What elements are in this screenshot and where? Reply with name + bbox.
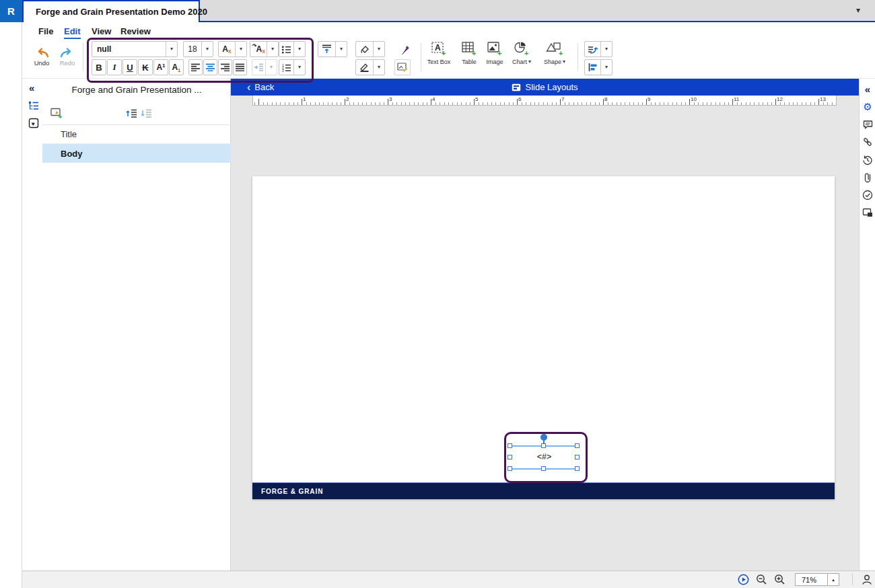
resize-handle-sw[interactable] [508, 466, 512, 471]
resize-handle-s[interactable] [541, 466, 546, 471]
zoom-level-input[interactable]: 71% ▴ [795, 573, 839, 586]
change-case-button[interactable]: ↷Ax ▾ [250, 41, 279, 57]
font-name-select[interactable]: null ▾ [92, 41, 178, 57]
statusbar-divider [852, 573, 853, 585]
indent-decrease-icon [126, 108, 137, 118]
promote-item-button[interactable] [125, 107, 137, 119]
line-color-icon [359, 63, 370, 72]
collapse-right-panel-icon[interactable]: « [862, 83, 873, 94]
chevron-down-icon: ▾ [270, 65, 273, 70]
app-logo[interactable]: R [0, 0, 22, 22]
insert-textbox-button[interactable]: A + Text Box [423, 40, 455, 71]
paintbrush-icon [398, 44, 409, 56]
chevron-down-icon: ▾ [240, 46, 242, 52]
outline-tab[interactable] [28, 100, 40, 112]
numbered-list-icon: 123 [281, 63, 291, 72]
font-color-button[interactable]: Ax ▾ [218, 41, 247, 57]
start-slideshow-button[interactable] [737, 573, 749, 585]
ruler-number: 7 [561, 96, 564, 102]
slide-layouts-bar: Slide Layouts ‹ Back [231, 79, 859, 96]
indent-button[interactable]: ▾ [252, 59, 277, 75]
slide-settings-tab[interactable]: ⚙ [862, 101, 873, 112]
ruler-number: 3 [389, 96, 392, 102]
user-presence-button[interactable] [861, 573, 873, 585]
tag-heart-icon: ♥ [28, 118, 39, 128]
menu-review[interactable]: Review [120, 26, 151, 36]
links-tab[interactable] [862, 137, 873, 147]
bookmarks-tab[interactable]: ♥ [28, 117, 40, 129]
version-history-tab[interactable] [862, 155, 873, 166]
chart-icon: + [514, 40, 530, 57]
align-justify-button[interactable] [233, 59, 247, 75]
superscript-button[interactable]: A1 [153, 59, 168, 75]
insert-chart-button[interactable]: + Chart▾ [504, 40, 539, 71]
comments-tab[interactable] [862, 119, 873, 130]
outline-item-title[interactable]: Title [42, 125, 231, 144]
align-shapes-icon [588, 63, 598, 72]
resize-handle-n[interactable] [541, 443, 546, 448]
document-tab[interactable]: Forge and Grain Presentation Demo 2020 [22, 0, 200, 22]
menu-view[interactable]: View [92, 26, 111, 36]
rotation-handle[interactable] [540, 434, 547, 441]
edit-image-icon [397, 63, 408, 72]
align-shape-button[interactable]: ▾ [584, 59, 612, 75]
undo-button[interactable]: Undo [28, 43, 55, 71]
line-color-button[interactable]: ▾ [355, 59, 385, 75]
strikeout-button[interactable]: K [138, 59, 153, 75]
window-menu-caret-icon[interactable]: ▾ [856, 5, 860, 15]
slide-layouts-title: Slide Layouts [231, 82, 859, 92]
svg-text:+: + [559, 49, 563, 57]
italic-button[interactable]: I [107, 59, 122, 75]
attachments-tab[interactable] [862, 172, 873, 183]
slide-number-placeholder[interactable]: <#> [510, 452, 578, 462]
zoom-in-button[interactable] [773, 573, 785, 585]
play-icon [738, 574, 749, 585]
chevron-down-icon: ▾ [170, 46, 173, 52]
bullet-list-button[interactable]: ▾ [279, 41, 306, 57]
outline-item-body[interactable]: Body [42, 144, 231, 163]
add-slide-button[interactable]: + [50, 107, 63, 119]
resize-handle-nw[interactable] [508, 443, 512, 448]
underline-button[interactable]: U [123, 59, 137, 75]
vertical-align-button[interactable]: ▾ [318, 41, 347, 57]
menu-edit[interactable]: Edit [64, 26, 81, 39]
undo-icon [34, 48, 50, 58]
table-icon: + [461, 40, 477, 57]
font-size-select[interactable]: 18 ▾ [183, 41, 213, 57]
slides-panel-tab[interactable] [862, 207, 873, 218]
collapse-panel-icon[interactable]: « [29, 83, 34, 93]
align-right-button[interactable] [218, 59, 232, 75]
resize-handle-ne[interactable] [575, 443, 580, 448]
ruler-number: 6 [518, 96, 521, 102]
slide-layout-icon [512, 83, 521, 91]
align-center-button[interactable] [203, 59, 217, 75]
back-button[interactable]: ‹ Back [247, 82, 274, 92]
bold-button[interactable]: B [92, 59, 106, 75]
arrange-shape-button[interactable]: ▾ [584, 41, 612, 57]
ruler-number: 4 [432, 96, 435, 102]
align-left-button[interactable] [188, 59, 203, 75]
edit-image-button[interactable] [394, 59, 411, 75]
subscript-button[interactable]: A1 [169, 59, 184, 75]
insert-shape-label: Shape [544, 59, 561, 65]
chevron-down-icon: ▾ [528, 59, 531, 65]
menu-file[interactable]: File [38, 26, 53, 36]
demote-item-button[interactable] [140, 107, 152, 119]
italic-glyph: I [112, 62, 116, 73]
insert-table-label: Table [462, 59, 477, 65]
slide-footer-bar: FORGE & GRAIN [252, 482, 835, 499]
numbered-list-button[interactable]: 123 ▾ [279, 59, 306, 75]
menu-bar: File Edit View Review [22, 22, 875, 40]
shape-fill-button[interactable]: ▾ [355, 41, 385, 57]
subscript-mark: 1 [178, 67, 180, 73]
slide-editing-area[interactable]: FORGE & GRAIN [252, 176, 835, 499]
approvals-tab[interactable] [862, 190, 873, 200]
redo-button[interactable]: Redo [54, 43, 81, 71]
chevron-down-icon: ▾ [563, 59, 565, 65]
resize-handle-se[interactable] [575, 466, 580, 471]
copy-style-button[interactable] [396, 42, 411, 57]
zoom-spinner-up-icon[interactable]: ▴ [827, 574, 839, 585]
insert-shape-button[interactable]: + Shape▾ [536, 40, 573, 71]
zoom-in-icon [774, 574, 785, 585]
zoom-out-button[interactable] [755, 573, 767, 585]
